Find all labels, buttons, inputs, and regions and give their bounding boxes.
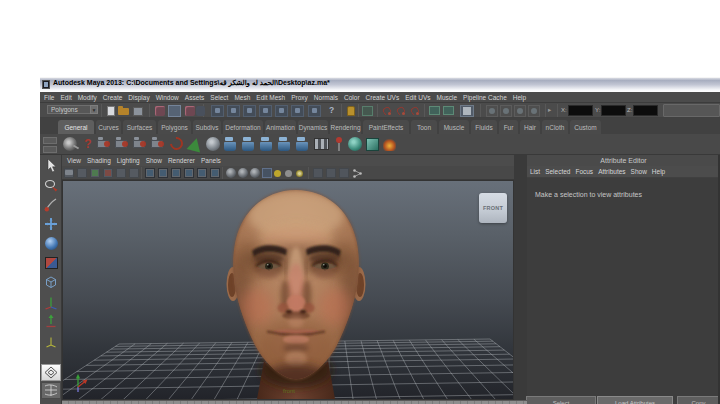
svg-text:front: front	[283, 388, 295, 394]
